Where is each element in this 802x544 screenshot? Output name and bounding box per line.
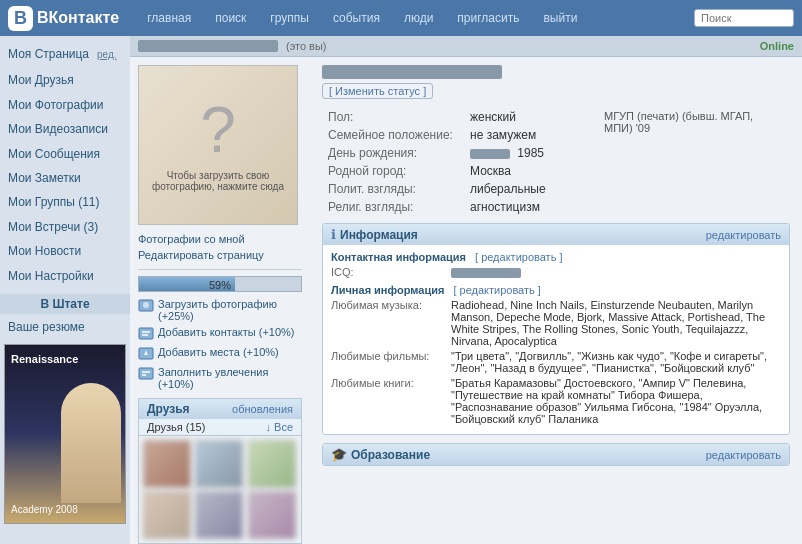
birthday-blurred: [470, 149, 510, 159]
films-row: Любимые фильмы: "Три цвета", "Догвилль",…: [331, 350, 781, 374]
info-section-box: ℹ Информация редактировать Контактная ин…: [322, 223, 790, 435]
books-value: "Братья Карамазовы" Достоевского, "Ампир…: [451, 377, 781, 425]
nav-home[interactable]: главная: [143, 9, 195, 27]
task-photo-icon: [138, 298, 154, 314]
friend-thumb-2[interactable]: [195, 440, 243, 488]
nav-search[interactable]: поиск: [211, 9, 250, 27]
sidebar-item-my-messages[interactable]: Мои Сообщения: [4, 142, 126, 166]
profile-left-column: ? Чтобы загрузить свою фотографию, нажми…: [130, 57, 310, 544]
nav-groups[interactable]: группы: [266, 9, 313, 27]
profile-basic-info-table: Пол: женский МГУП (печати) (бывш. МГАП, …: [322, 107, 790, 217]
photos-with-me-link[interactable]: Фотографии со мной: [138, 233, 302, 245]
vk-logo-icon: В: [8, 6, 33, 31]
online-status-badge: Online: [760, 40, 794, 52]
sidebar-advertisement[interactable]: Renaissance Academy 2008: [4, 344, 126, 524]
edit-page-link[interactable]: Редактировать страницу: [138, 249, 302, 261]
info-section-header: ℹ Информация редактировать: [323, 224, 789, 245]
info-section-icon: ℹ: [331, 227, 336, 242]
icq-blurred-value: [451, 268, 521, 278]
sidebar-item-my-videos[interactable]: Мои Видеозаписи: [4, 117, 126, 141]
svg-rect-2: [139, 328, 153, 339]
field-value-3: Москва: [466, 163, 586, 179]
task-places-label: Добавить места (+10%): [158, 346, 279, 358]
films-value: "Три цвета", "Догвилль", "Жизнь как чудо…: [451, 350, 781, 374]
field-value-5: агностицизм: [466, 199, 586, 215]
sidebar-item-my-notes[interactable]: Мои Заметки: [4, 166, 126, 190]
friends-subheader: Друзья (15) ↓ Все: [138, 419, 302, 435]
profile-right-column: [ Изменить статус ] Пол: женский МГУП (п…: [310, 57, 802, 544]
progress-bar-container: 59%: [138, 276, 302, 292]
icq-row: ICQ:: [331, 266, 781, 278]
friend-thumb-6[interactable]: [248, 491, 296, 539]
sidebar-edit-my-page[interactable]: ред.: [97, 49, 117, 60]
change-status-button[interactable]: [ Изменить статус ]: [322, 83, 433, 99]
field-value-1: не замужем: [466, 127, 586, 143]
nav-invite[interactable]: пригласить: [453, 9, 523, 27]
contact-edit-link[interactable]: [ редактировать ]: [475, 251, 562, 263]
friends-all-link[interactable]: ↓ Все: [265, 421, 293, 433]
field-value-2: 1985: [466, 145, 586, 161]
friend-thumb-3[interactable]: [248, 440, 296, 488]
friends-section-header: Друзья обновления: [138, 398, 302, 419]
friend-thumb-1[interactable]: [143, 440, 191, 488]
nav-logout[interactable]: выйти: [539, 9, 581, 27]
photo-upload-area[interactable]: ? Чтобы загрузить свою фотографию, нажми…: [138, 65, 298, 225]
ad-line1: Renaissance: [11, 353, 78, 365]
books-label: Любимые книги:: [331, 377, 451, 425]
films-label: Любимые фильмы:: [331, 350, 451, 374]
music-label: Любимая музыка:: [331, 299, 451, 347]
info-section-edit-link[interactable]: редактировать: [706, 229, 781, 241]
sidebar-item-my-news[interactable]: Мои Новости: [4, 239, 126, 263]
music-value: Radiohead, Nine Inch Nails, Einsturzende…: [451, 299, 781, 347]
this-is-you-label: (это вы): [286, 40, 327, 52]
sidebar-item-my-groups[interactable]: Мои Группы (11): [4, 190, 126, 214]
personal-edit-link[interactable]: [ редактировать ]: [453, 284, 540, 296]
profile-fullname-blurred: [322, 65, 502, 79]
nav-events[interactable]: события: [329, 9, 384, 27]
field-label-1: Семейное положение:: [324, 127, 464, 143]
education-section-title: Образование: [351, 448, 430, 462]
friends-count: Друзья (15): [147, 421, 205, 433]
profile-info-row: Пол: женский МГУП (печати) (бывш. МГАП, …: [324, 109, 788, 125]
university-label: МГУП (печати) (бывш. МГАП, МПИ) '09: [604, 110, 753, 134]
info-section-content: Контактная информация [ редактировать ] …: [323, 245, 789, 434]
field-value-0: женский: [466, 109, 586, 125]
task-hobbies-label: Заполнить увлечения (+10%): [158, 366, 302, 390]
friend-thumb-5[interactable]: [195, 491, 243, 539]
field-label-2: День рождения:: [324, 145, 464, 161]
sidebar-item-my-events[interactable]: Мои Встречи (3): [4, 215, 126, 239]
field-label-5: Религ. взгляды:: [324, 199, 464, 215]
sidebar-resume-link[interactable]: Ваше резюме: [4, 318, 126, 336]
field-value-4: либеральные: [466, 181, 586, 197]
friend-thumb-4[interactable]: [143, 491, 191, 539]
svg-point-1: [143, 302, 149, 308]
sidebar-item-my-photos[interactable]: Мои Фотографии: [4, 93, 126, 117]
friends-grid: [138, 435, 302, 544]
sidebar-section-title: В Штате: [0, 294, 130, 314]
task-photo-label: Загрузить фотографию (+25%): [158, 298, 302, 322]
task-hobbies-icon: [138, 366, 154, 382]
field-label-0: Пол:: [324, 109, 464, 125]
education-section-edit-link[interactable]: редактировать: [706, 449, 781, 461]
task-upload-photo[interactable]: Загрузить фотографию (+25%): [138, 298, 302, 322]
logo[interactable]: В ВКонтакте: [8, 6, 119, 31]
content-area: (это вы) Online ? Чтобы загрузить свою ф…: [130, 36, 802, 544]
search-input[interactable]: [694, 9, 794, 27]
task-contacts-icon: [138, 326, 154, 342]
task-add-contacts[interactable]: Добавить контакты (+10%): [138, 326, 302, 342]
friends-updates-link[interactable]: обновления: [232, 403, 293, 415]
task-add-places[interactable]: Добавить места (+10%): [138, 346, 302, 362]
field-label-3: Родной город:: [324, 163, 464, 179]
sidebar-item-my-settings[interactable]: Мои Настройки: [4, 264, 126, 288]
progress-label: 59%: [209, 277, 231, 293]
nav-people[interactable]: люди: [400, 9, 437, 27]
music-row: Любимая музыка: Radiohead, Nine Inch Nai…: [331, 299, 781, 347]
task-fill-hobbies[interactable]: Заполнить увлечения (+10%): [138, 366, 302, 390]
icq-label: ICQ:: [331, 266, 451, 278]
profile-body: ? Чтобы загрузить свою фотографию, нажми…: [130, 57, 802, 544]
sidebar-item-my-friends[interactable]: Мои Друзья: [4, 68, 126, 92]
sidebar-item-my-page[interactable]: Моя Страница: [4, 42, 93, 66]
profile-name-blurred: [138, 40, 278, 52]
info-section-title: Информация: [340, 228, 418, 242]
friends-title: Друзья: [147, 402, 190, 416]
